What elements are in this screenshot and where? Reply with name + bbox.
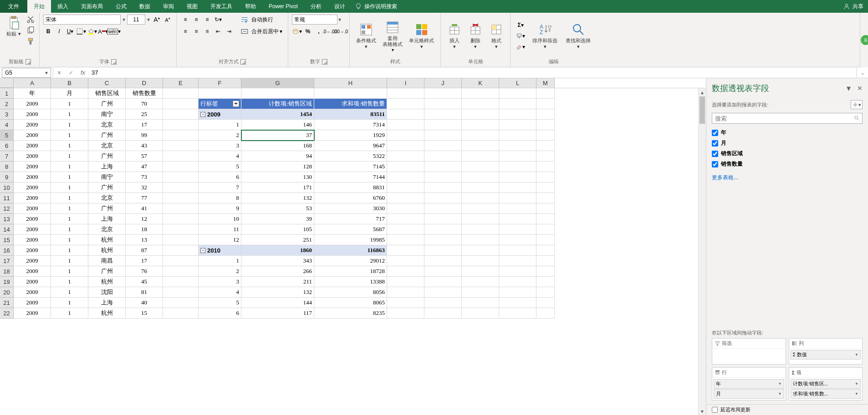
tab-file[interactable]: 文件: [0, 0, 27, 13]
sort-filter-button[interactable]: AZ 排序和筛选▾: [530, 21, 560, 51]
row-field-pill[interactable]: 月▼: [714, 389, 784, 399]
cancel-formula[interactable]: ✕: [53, 68, 65, 78]
cell-B19[interactable]: 1: [51, 277, 88, 287]
col-header-F[interactable]: F: [199, 78, 241, 88]
cell-K11[interactable]: [462, 193, 499, 203]
cell-D9[interactable]: 73: [126, 172, 163, 182]
cell-L11[interactable]: [499, 193, 536, 203]
cell-D15[interactable]: 13: [126, 235, 163, 245]
cell-M1[interactable]: [536, 88, 555, 99]
cell-K20[interactable]: [462, 287, 499, 298]
cell-J9[interactable]: [424, 172, 462, 182]
cell-D20[interactable]: 81: [126, 287, 163, 298]
cell-H15[interactable]: 19985: [314, 235, 387, 245]
cell-A7[interactable]: 2009: [14, 151, 51, 162]
tab-review[interactable]: 审阅: [157, 0, 180, 13]
cell-A18[interactable]: 2009: [14, 266, 51, 277]
confirm-formula[interactable]: ✓: [65, 68, 77, 78]
cell-F19[interactable]: 3: [199, 277, 241, 287]
cell-F4[interactable]: 1: [199, 120, 241, 130]
cell-G20[interactable]: 132: [241, 287, 314, 298]
cell-M6[interactable]: [536, 141, 555, 151]
cell-L16[interactable]: [499, 245, 536, 256]
clipboard-launcher[interactable]: [26, 59, 31, 65]
cell-D12[interactable]: 41: [126, 203, 163, 214]
cell-L13[interactable]: [499, 214, 536, 224]
cell-L15[interactable]: [499, 235, 536, 245]
col-header-J[interactable]: J: [424, 78, 462, 88]
font-launcher[interactable]: [111, 59, 117, 65]
cell-B10[interactable]: 1: [51, 182, 88, 193]
delete-cells-button[interactable]: 删除▾: [465, 15, 485, 57]
cell-C21[interactable]: 上海: [88, 298, 126, 308]
cell-L22[interactable]: [499, 308, 536, 319]
cell-F17[interactable]: 1: [199, 256, 241, 266]
cell-L1[interactable]: [499, 88, 536, 99]
col-header-D[interactable]: D: [126, 78, 163, 88]
field-checkbox[interactable]: [712, 140, 718, 147]
col-header-K[interactable]: K: [462, 78, 499, 88]
cell-B17[interactable]: 1: [51, 256, 88, 266]
tab-home[interactable]: 开始: [27, 0, 51, 13]
row-header[interactable]: 20: [0, 287, 14, 298]
cell-H11[interactable]: 6760: [314, 193, 387, 203]
column-field-values[interactable]: Σ 数值▼: [791, 350, 861, 359]
cell-J16[interactable]: [424, 245, 462, 256]
field-item[interactable]: 年: [712, 127, 863, 138]
cell-L12[interactable]: [499, 203, 536, 214]
cell-M18[interactable]: [536, 266, 555, 277]
cell-J2[interactable]: [424, 99, 462, 109]
cell-G10[interactable]: 171: [241, 182, 314, 193]
cell-H19[interactable]: 13388: [314, 277, 387, 287]
cell-J17[interactable]: [424, 256, 462, 266]
cell-H10[interactable]: 8831: [314, 182, 387, 193]
cell-E20[interactable]: [163, 287, 199, 298]
cell-B15[interactable]: 1: [51, 235, 88, 245]
cell-E4[interactable]: [163, 120, 199, 130]
cell-J13[interactable]: [424, 214, 462, 224]
cell-J15[interactable]: [424, 235, 462, 245]
cell-M9[interactable]: [536, 172, 555, 182]
cell-F18[interactable]: 2: [199, 266, 241, 277]
cell-D17[interactable]: 17: [126, 256, 163, 266]
bold-button[interactable]: B: [43, 26, 53, 36]
cell-A10[interactable]: 2009: [14, 182, 51, 193]
cell-C18[interactable]: 广州: [88, 266, 126, 277]
cell-G6[interactable]: 168: [241, 141, 314, 151]
row-header[interactable]: 9: [0, 172, 14, 182]
col-header-G[interactable]: G: [241, 78, 314, 88]
cell-I9[interactable]: [387, 172, 424, 182]
cell-K3[interactable]: [462, 109, 499, 120]
tab-power-pivot[interactable]: Power Pivot: [262, 0, 304, 13]
cell-D14[interactable]: 18: [126, 224, 163, 235]
row-header[interactable]: 11: [0, 193, 14, 203]
cell-C4[interactable]: 北京: [88, 120, 126, 130]
cell-H9[interactable]: 7144: [314, 172, 387, 182]
cell-G4[interactable]: 146: [241, 120, 314, 130]
ribbon-collapse[interactable]: 6: [860, 13, 868, 67]
phonetic-button[interactable]: wén ▾: [109, 26, 119, 36]
cell-H8[interactable]: 7145: [314, 162, 387, 172]
cell-J21[interactable]: [424, 298, 462, 308]
cell-I16[interactable]: [387, 245, 424, 256]
cell-J7[interactable]: [424, 151, 462, 162]
italic-button[interactable]: I: [54, 26, 64, 36]
cell-E11[interactable]: [163, 193, 199, 203]
cell-F3[interactable]: −2009: [199, 109, 241, 120]
cell-I21[interactable]: [387, 298, 424, 308]
col-header-L[interactable]: L: [499, 78, 536, 88]
row-header[interactable]: 6: [0, 141, 14, 151]
cell-A20[interactable]: 2009: [14, 287, 51, 298]
col-header-E[interactable]: E: [163, 78, 199, 88]
cell-H13[interactable]: 717: [314, 214, 387, 224]
cell-B5[interactable]: 1: [51, 130, 88, 141]
cell-M21[interactable]: [536, 298, 555, 308]
cell-E1[interactable]: [163, 88, 199, 99]
cell-K17[interactable]: [462, 256, 499, 266]
cell-E7[interactable]: [163, 151, 199, 162]
tab-analyze[interactable]: 分析: [304, 0, 328, 13]
cell-B20[interactable]: 1: [51, 287, 88, 298]
cell-H21[interactable]: 8065: [314, 298, 387, 308]
cell-K18[interactable]: [462, 266, 499, 277]
cell-L8[interactable]: [499, 162, 536, 172]
